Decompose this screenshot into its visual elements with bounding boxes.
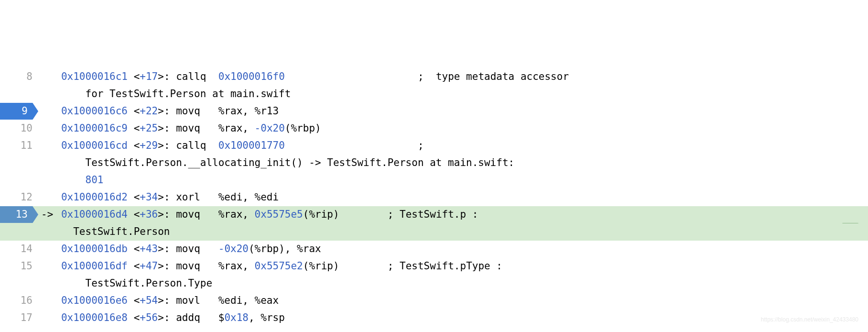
comment: ; TestSwift.p : bbox=[388, 209, 478, 220]
line-number: 12 bbox=[21, 189, 33, 206]
code-content: 0x1000016cd <+29>: callq 0x100001770 ; bbox=[38, 137, 868, 155]
code-line[interactable]: 10 0x1000016c9 <+25>: movq %rax, -0x20(%… bbox=[0, 120, 868, 137]
address: 0x1000016df bbox=[61, 260, 128, 272]
comment-wrap: TestSwift.Person.Type bbox=[86, 277, 213, 289]
code-line[interactable]: 17 0x1000016e8 <+56>: addq $0x18, %rsp bbox=[0, 310, 868, 327]
hex-literal: 0x5575e5 bbox=[255, 209, 303, 220]
code-content: 0x1000016d2 <+34>: xorl %edi, %edi bbox=[38, 189, 868, 206]
code-line-wrap: TestSwift.Person.Type bbox=[0, 275, 868, 292]
line-number-gutter[interactable]: 16 bbox=[0, 292, 38, 310]
comment-wrap: TestSwift.Person.__allocating_init() -> … bbox=[86, 157, 515, 168]
mnemonic: movq bbox=[176, 209, 200, 220]
operand: %rax, bbox=[200, 260, 255, 272]
bracket: >: bbox=[158, 105, 170, 117]
bracket: >: bbox=[158, 295, 170, 306]
address: 0x1000016c6 bbox=[61, 105, 128, 117]
line-number: 15 bbox=[21, 258, 33, 275]
operand: (%rbp), %rax bbox=[249, 243, 321, 255]
comment-wrap: 801 bbox=[86, 174, 104, 186]
hex-literal: 0x5575e2 bbox=[255, 260, 303, 272]
offset: +36 bbox=[140, 209, 158, 220]
code-line[interactable]: 16 0x1000016e6 <+54>: movl %edi, %eax bbox=[0, 292, 868, 310]
code-line[interactable]: 15 0x1000016df <+47>: movq %rax, 0x5575e… bbox=[0, 258, 868, 275]
bracket: < bbox=[134, 243, 140, 255]
address: 0x1000016c1 bbox=[61, 71, 128, 82]
operand: %rax, bbox=[200, 122, 255, 134]
line-number: 9 bbox=[22, 103, 28, 120]
hex-literal: 0x1000016f0 bbox=[218, 71, 285, 82]
offset: +25 bbox=[140, 122, 158, 134]
address: 0x1000016e8 bbox=[61, 312, 128, 323]
mnemonic: xorl bbox=[176, 191, 200, 203]
address: 0x1000016db bbox=[61, 243, 128, 255]
code-line[interactable]: 14 0x1000016db <+43>: movq -0x20(%rbp), … bbox=[0, 241, 868, 258]
offset: +54 bbox=[140, 295, 158, 306]
line-number: 14 bbox=[21, 241, 33, 258]
line-number: 16 bbox=[21, 292, 33, 310]
operand bbox=[200, 243, 218, 255]
operand: (%rip) bbox=[303, 209, 388, 220]
code-line[interactable]: 12 0x1000016d2 <+34>: xorl %edi, %edi bbox=[0, 189, 868, 206]
bracket: < bbox=[134, 122, 140, 134]
hex-literal: -0x20 bbox=[218, 243, 249, 255]
line-number-gutter[interactable]: 17 bbox=[0, 310, 38, 327]
bracket: >: bbox=[158, 71, 170, 82]
hex-literal: -0x20 bbox=[255, 122, 285, 134]
code-line[interactable]: 11 0x1000016cd <+29>: callq 0x100001770 … bbox=[0, 137, 868, 155]
bracket: < bbox=[134, 295, 140, 306]
code-content: 801 bbox=[38, 172, 868, 189]
bracket: >: bbox=[158, 209, 170, 220]
offset: +34 bbox=[140, 191, 158, 203]
bracket: < bbox=[134, 209, 140, 220]
code-line-wrap: for TestSwift.Person at main.swift bbox=[0, 86, 868, 103]
bracket: >: bbox=[158, 122, 170, 134]
mnemonic: movq bbox=[176, 243, 200, 255]
operand: %edi, %edi bbox=[200, 191, 279, 203]
line-number-gutter[interactable]: 12 bbox=[0, 189, 38, 206]
code-content: 0x1000016c1 <+17>: callq 0x1000016f0 ; t… bbox=[38, 68, 868, 86]
code-content: 0x1000016df <+47>: movq %rax, 0x5575e2(%… bbox=[38, 258, 868, 275]
address: 0x1000016d4 bbox=[61, 209, 128, 220]
bracket: < bbox=[134, 140, 140, 151]
offset: +56 bbox=[140, 312, 158, 323]
code-content: 0x1000016e8 <+56>: addq $0x18, %rsp bbox=[38, 310, 868, 327]
operand: %edi, %eax bbox=[200, 295, 279, 306]
comment-wrap: for TestSwift.Person at main.swift bbox=[86, 88, 291, 100]
code-content: 0x1000016db <+43>: movq -0x20(%rbp), %ra… bbox=[38, 241, 868, 258]
code-content: TestSwift.Person.__allocating_init() -> … bbox=[38, 155, 868, 172]
line-number-gutter[interactable]: 13 bbox=[0, 206, 38, 223]
mnemonic: callq bbox=[176, 140, 206, 151]
mnemonic: movq bbox=[176, 260, 200, 272]
line-number: 11 bbox=[21, 137, 33, 155]
line-number: 17 bbox=[21, 310, 33, 327]
bracket: < bbox=[134, 260, 140, 272]
line-number-gutter[interactable]: 8 bbox=[0, 68, 38, 86]
line-number-gutter[interactable]: 14 bbox=[0, 241, 38, 258]
operand: (%rip) bbox=[303, 260, 388, 272]
code-content: 0x1000016c6 <+22>: movq %rax, %r13 bbox=[38, 103, 868, 120]
offset: +43 bbox=[140, 243, 158, 255]
line-number-gutter[interactable]: 9 bbox=[0, 103, 38, 120]
operand bbox=[285, 71, 418, 82]
comment: ; bbox=[418, 140, 430, 151]
line-number-gutter[interactable]: 11 bbox=[0, 137, 38, 155]
execution-pointer-icon: -> bbox=[41, 206, 53, 223]
hex-literal: 0x18 bbox=[224, 312, 249, 323]
offset: +22 bbox=[140, 105, 158, 117]
code-line[interactable]: 13-> 0x1000016d4 <+36>: movq %rax, 0x557… bbox=[0, 206, 868, 223]
bracket: >: bbox=[158, 243, 170, 255]
line-number: 13 bbox=[16, 206, 28, 223]
code-content: TestSwift.Person bbox=[38, 223, 868, 241]
address: 0x1000016d2 bbox=[61, 191, 128, 203]
line-number-gutter[interactable]: 10 bbox=[0, 120, 38, 137]
line-number: 8 bbox=[26, 68, 33, 86]
code-line[interactable]: 9 0x1000016c6 <+22>: movq %rax, %r13 bbox=[0, 103, 868, 120]
line-number: 10 bbox=[21, 120, 33, 137]
bracket: >: bbox=[158, 260, 170, 272]
offset: +29 bbox=[140, 140, 158, 151]
line-number-gutter[interactable]: 15 bbox=[0, 258, 38, 275]
bracket: < bbox=[134, 105, 140, 117]
code-content: 0x1000016e6 <+54>: movl %edi, %eax bbox=[38, 292, 868, 310]
operand bbox=[285, 140, 418, 151]
code-line[interactable]: 8 0x1000016c1 <+17>: callq 0x1000016f0 ;… bbox=[0, 68, 868, 86]
